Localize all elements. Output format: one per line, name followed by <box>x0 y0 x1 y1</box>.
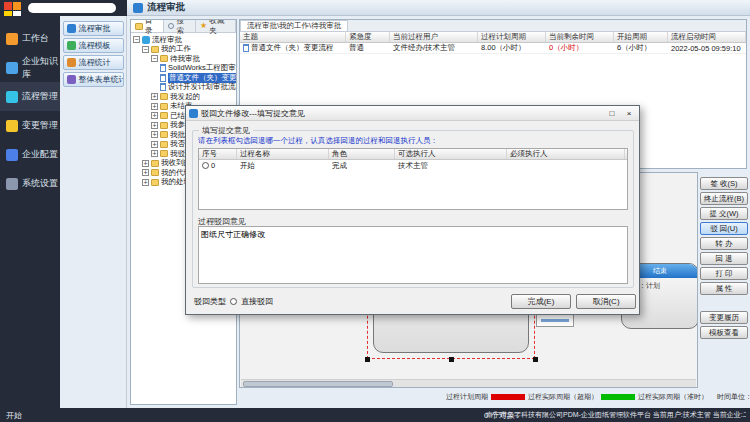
finish-button[interactable]: 完成(E) <box>511 294 571 309</box>
maximize-icon[interactable] <box>605 108 619 119</box>
tab-pending-approval-path[interactable]: 流程审批\我的工作\待我审批 <box>240 20 348 31</box>
sidebar-item-change-management[interactable]: 变更管理 <box>0 111 60 140</box>
tree-item-my-work[interactable]: 我的工作 <box>131 45 236 55</box>
col-current-user[interactable]: 当前过程用户 <box>390 32 478 42</box>
tab-label: 目录 <box>145 19 159 36</box>
tree-item-design-plan-flow[interactable]: 设计开发计划审批流程(1) <box>131 83 236 93</box>
submit-button[interactable]: 提 交(W) <box>700 207 748 220</box>
expand-icon[interactable] <box>142 160 149 167</box>
legend-ontime-label: 过程实际周期（准时） <box>638 392 708 402</box>
sidebar-item-workbench[interactable]: 工作台 <box>0 24 60 53</box>
dialog-icon <box>189 109 198 118</box>
folder-icon <box>151 179 159 186</box>
tab-directory[interactable]: 目录 <box>131 20 164 32</box>
reject-type-label: 驳回类型 <box>194 296 226 307</box>
app-window: 工作台 企业知识库 流程管理 变更管理 企业配置 系统设置 流程审批 <box>0 0 750 422</box>
reject-button[interactable]: 驳 回(U) <box>700 222 748 235</box>
list-tab-bar: 流程审批\我的工作\待我审批 <box>240 20 746 32</box>
sign-receive-button[interactable]: 签 收(S) <box>700 177 748 190</box>
col-subject[interactable]: 主题 <box>240 32 346 42</box>
logo-square-orange <box>13 2 21 10</box>
document-icon <box>243 44 249 52</box>
expand-icon[interactable] <box>151 122 158 129</box>
terminate-flow-button[interactable]: 终止流程(B) <box>700 192 748 205</box>
process-template-icon <box>67 41 76 50</box>
selection-handle[interactable] <box>365 357 370 362</box>
print-button[interactable]: 打 印 <box>700 267 748 280</box>
transfer-button[interactable]: 转 办 <box>700 237 748 250</box>
expand-icon[interactable] <box>151 150 158 157</box>
cell-subject: 普通文件（夹）变更流程 <box>240 43 346 53</box>
global-search-input[interactable] <box>28 3 116 13</box>
change-history-button[interactable]: 变更履历 <box>700 311 748 324</box>
dialog-title-bar[interactable]: 驳回文件修改---填写提交意见 <box>186 106 639 121</box>
col-urgency[interactable]: 紧急度 <box>346 32 390 42</box>
expand-icon[interactable] <box>151 93 158 100</box>
tree-item-label: 我的工作 <box>161 44 191 54</box>
tab-favorites[interactable]: 收藏夹 <box>196 20 236 32</box>
expand-icon[interactable] <box>151 112 158 119</box>
tab-label: 收藏夹 <box>209 19 231 36</box>
expand-icon[interactable] <box>151 141 158 148</box>
cell-plan-period: 8.00（小时） <box>478 43 546 53</box>
selection-handle[interactable] <box>533 357 538 362</box>
col-plan-period[interactable]: 过程计划周期 <box>478 32 546 42</box>
table-row[interactable]: 普通文件（夹）变更流程 普通 文件经办/技术主管 8.00（小时） 0（小时） … <box>240 43 746 54</box>
close-icon[interactable] <box>622 108 636 119</box>
direct-reject-label: 直接驳回 <box>241 296 273 307</box>
rollback-step-table: 序号 过程名称 角色 可选执行人 必须执行人 0 开始 完成 技术主管 <box>198 148 628 210</box>
nav-button-process-template[interactable]: 流程模板 <box>63 38 124 53</box>
direct-reject-radio[interactable] <box>230 298 237 305</box>
properties-button[interactable]: 属 性 <box>700 282 748 295</box>
template-view-button[interactable]: 模板查看 <box>700 326 748 339</box>
expand-icon[interactable] <box>151 131 158 138</box>
collapse-icon[interactable] <box>142 46 149 53</box>
cell-current-user: 文件经办/技术主管 <box>390 43 478 53</box>
tree-item-root[interactable]: 流程审批 <box>131 35 236 45</box>
col-remaining-time[interactable]: 当前剩余时间 <box>546 32 614 42</box>
flow-progress-box[interactable] <box>536 313 574 327</box>
tree-item-started-by-me[interactable]: 我发起的 <box>131 92 236 102</box>
nav-button-form-statistics[interactable]: 整体表单统计 <box>63 72 124 87</box>
start-label[interactable]: 开始 <box>6 410 22 421</box>
cancel-button[interactable]: 取消(C) <box>576 294 636 309</box>
nav-button-process-approval[interactable]: 流程审批 <box>63 21 124 36</box>
cell-optional-executor: 技术主管 <box>395 160 507 171</box>
tree-item-common-file-change-flow[interactable]: 普通文件（夹）变更流程(1) <box>131 73 236 83</box>
logo-square-red <box>4 2 12 10</box>
opinion-textarea[interactable]: 图纸尺寸正确修改 <box>198 226 628 284</box>
collapse-icon[interactable] <box>151 55 158 62</box>
sidebar-item-label: 流程管理 <box>22 90 58 103</box>
scrollbar-thumb[interactable] <box>243 381 393 387</box>
sidebar-item-label: 系统设置 <box>22 177 58 190</box>
spacer <box>700 297 748 309</box>
folder-icon <box>151 169 159 176</box>
tree-item-pending-approval[interactable]: 待我审批 <box>131 54 236 64</box>
sidebar-item-enterprise-config[interactable]: 企业配置 <box>0 140 60 169</box>
selection-handle[interactable] <box>449 357 454 362</box>
expand-icon[interactable] <box>151 103 158 110</box>
col-start-time[interactable]: 流程启动时间 <box>668 32 746 42</box>
collapse-icon[interactable] <box>133 36 140 43</box>
col-required-executor: 必须执行人 <box>507 149 625 159</box>
sidebar-item-knowledge-base[interactable]: 企业知识库 <box>0 53 60 82</box>
form-statistics-icon <box>67 75 76 84</box>
main-sidebar: 工作台 企业知识库 流程管理 变更管理 企业配置 系统设置 <box>0 16 60 408</box>
status-bar: 开始 0 个对象 南宁市二零科技有限公司PDM-企业图纸管理软件平台 当前用户:… <box>0 408 750 422</box>
sidebar-item-system-settings[interactable]: 系统设置 <box>0 169 60 198</box>
sidebar-item-process-management[interactable]: 流程管理 <box>0 82 60 111</box>
nav-button-process-statistics[interactable]: 流程统计 <box>63 55 124 70</box>
col-start-period[interactable]: 开始周期 <box>614 32 668 42</box>
tree-item-solidworks-flow[interactable]: SolidWorks工程图审批流程(1) <box>131 64 236 74</box>
tab-search[interactable]: 搜索 <box>164 20 196 32</box>
horizontal-scrollbar[interactable] <box>241 379 696 387</box>
star-icon <box>200 22 207 30</box>
cell-urgency: 普通 <box>346 43 390 53</box>
knowledge-base-icon <box>6 62 18 74</box>
row-radio[interactable] <box>202 162 209 169</box>
expand-icon[interactable] <box>142 179 149 186</box>
cell-role: 完成 <box>329 160 395 171</box>
rollback-button[interactable]: 回 退 <box>700 252 748 265</box>
dialog-table-row[interactable]: 0 开始 完成 技术主管 <box>199 160 627 171</box>
expand-icon[interactable] <box>142 169 149 176</box>
